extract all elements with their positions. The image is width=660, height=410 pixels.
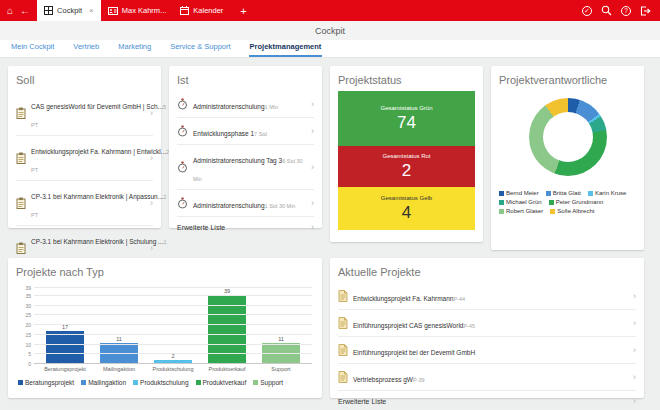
tab-cockpit[interactable]: Cockpit × [37, 0, 101, 21]
legend-swatch [499, 209, 504, 214]
nav-marketing[interactable]: Marketing [117, 38, 152, 57]
status-label: Gesamtstatus Gelb [381, 195, 432, 201]
item-subtitle: P-44 [453, 296, 465, 302]
nav-vertrieb[interactable]: Vertrieb [72, 38, 100, 57]
panel-title: Soll [16, 74, 153, 86]
chevron-right-icon: › [150, 244, 153, 253]
item-title: Entwicklungsprojekt Fa. Kahrmann | Entwi… [31, 148, 166, 155]
chevron-right-icon: › [311, 163, 314, 172]
close-tab-icon[interactable]: × [89, 6, 94, 15]
tab-kalender[interactable]: Kalender [173, 0, 230, 21]
y-tick-label: 5 [17, 351, 31, 357]
tasks-check-icon[interactable]: ✓ [582, 6, 592, 16]
legend-item: Karin Kruse [588, 190, 626, 196]
gridline [34, 353, 312, 354]
cockpit-nav: Mein Cockpit Vertrieb Marketing Service … [0, 40, 660, 58]
help-icon[interactable]: ? [621, 6, 631, 16]
item-title: Administratorenschulung [193, 103, 265, 110]
panel-ist: Ist Administratorenschulung1 Min › Entwi… [169, 66, 322, 228]
list-item[interactable]: Vertriebsprozess gWP-39 › [338, 364, 636, 391]
legend-item: Michael Grün [499, 199, 542, 205]
item-subtitle: 1 Std 30 Min [265, 203, 296, 209]
legend-item: Robert Glaser [499, 208, 543, 214]
chart-x-labels: BeratungsprojektMailingaktionProduktschu… [34, 366, 312, 372]
bar[interactable] [46, 331, 83, 364]
panel-aktuelle-projekte: Aktuelle Projekte Entwicklungsprojekt Fa… [330, 258, 644, 398]
legend-swatch [549, 200, 554, 205]
list-item[interactable]: Einführungsprojekt CAS genesisWorldP-45 … [338, 310, 636, 337]
status-box-gruen[interactable]: Gesamtstatus Grün 74 [338, 91, 475, 146]
legend-swatch [588, 191, 593, 196]
panel-projektstatus: Projektstatus Gesamtstatus Grün 74 Gesam… [330, 66, 483, 242]
tab-label: Kalender [193, 6, 223, 15]
legend-item: Mailingaktion [81, 379, 126, 386]
chevron-right-icon: › [150, 199, 153, 208]
panel-projektverantwortliche: Projektverantwortliche Bernd MeierBritta… [491, 66, 644, 250]
new-tab-button[interactable]: + [230, 0, 256, 21]
item-title: Entwicklungsprojekt Fa. Kahrmann [353, 295, 453, 302]
back-icon[interactable]: ← [20, 6, 30, 16]
list-item[interactable]: Einführungsprojekt bei der Devemit GmbH … [338, 337, 636, 364]
legend-item: Bernd Meier [499, 190, 539, 196]
nav-mein-cockpit[interactable]: Mein Cockpit [10, 38, 55, 57]
x-tick-label: Produktverkauf [205, 366, 248, 372]
chevron-right-icon: › [150, 109, 153, 118]
logout-icon[interactable] [640, 6, 651, 16]
list-item[interactable]: Entwicklungsphase 17 Std › [177, 118, 314, 145]
stopwatch-icon [177, 197, 188, 209]
y-tick-label: 39 [17, 285, 31, 291]
nav-projektmanagement[interactable]: Projektmanagement [249, 38, 323, 57]
erweiterte-liste-link[interactable]: Erweiterte Liste › [177, 217, 314, 232]
chevron-right-icon: › [311, 100, 314, 109]
home-icon[interactable]: ⌂ [7, 6, 13, 16]
x-tick-label: Support [259, 366, 302, 372]
y-tick-label: 20 [17, 322, 31, 328]
y-tick-label: 30 [17, 303, 31, 309]
item-title: CP-3.1 bei Kahrmann Elektronik | Anpassu… [31, 193, 163, 200]
legend-item: Produktschulung [133, 379, 188, 386]
list-item[interactable]: CP-3.1 bei Kahrmann Elektronik | Anpassu… [16, 181, 153, 226]
bar-value-label: 11 [116, 336, 122, 342]
list-item[interactable]: Administratorenschulung1 Std 30 Min › [177, 190, 314, 217]
panel-title: Aktuelle Projekte [338, 266, 636, 278]
list-item[interactable]: Administratorenschulung1 Min › [177, 91, 314, 118]
gridline [34, 287, 312, 288]
app-grid-icon [44, 6, 53, 15]
legend-item: Beratungsprojekt [18, 379, 74, 386]
tab-contact[interactable]: Max Kahrm... [101, 0, 174, 21]
x-tick-label: Produktschulung [151, 366, 194, 372]
chevron-right-icon: › [633, 373, 636, 382]
contact-card-icon [108, 7, 118, 15]
list-item[interactable]: Entwicklungsprojekt Fa. Kahrmann | Entwi… [16, 136, 153, 181]
status-box-gelb[interactable]: Gesamtstatus Gelb 4 [338, 187, 475, 230]
search-icon[interactable] [601, 5, 612, 16]
nav-service-support[interactable]: Service & Support [169, 38, 231, 57]
chevron-right-icon: › [633, 346, 636, 355]
chevron-right-icon: › [633, 292, 636, 301]
list-item[interactable]: CAS genesisWorld für Devemit GmbH | Sch.… [16, 91, 153, 136]
bar-value-label: 39 [224, 288, 230, 294]
panel-title: Projektverantwortliche [499, 74, 636, 86]
stopwatch-icon [177, 161, 188, 173]
item-title: Vertriebsprozess gW [353, 376, 413, 383]
list-item[interactable]: Administratorenschulung Tag 36 Std 30 Mi… [177, 145, 314, 190]
clipboard-icon [16, 197, 26, 209]
erweiterte-liste-link[interactable]: Erweiterte Liste › [338, 391, 636, 406]
chevron-right-icon: › [633, 397, 636, 406]
y-tick-label: 0 [17, 361, 31, 367]
donut-chart[interactable] [529, 98, 607, 176]
y-tick-label: 15 [17, 332, 31, 338]
gridline [34, 305, 312, 306]
bar-chart[interactable]: 171123911 0510152025303539 [34, 288, 312, 364]
project-document-icon [338, 371, 348, 383]
panel-title: Projektstatus [338, 74, 475, 86]
legend-swatch [499, 191, 504, 196]
tab-bar: Cockpit × Max Kahrm... Kalender + [37, 0, 257, 21]
status-value: 74 [397, 113, 416, 133]
item-title: Einführungsprojekt CAS genesisWorld [353, 322, 463, 329]
status-box-rot[interactable]: Gesamtstatus Rot 2 [338, 146, 475, 187]
gridline [34, 344, 312, 345]
list-item[interactable]: Entwicklungsprojekt Fa. KahrmannP-44 › [338, 283, 636, 310]
y-tick-label: 35 [17, 293, 31, 299]
item-subtitle: P-45 [463, 323, 475, 329]
